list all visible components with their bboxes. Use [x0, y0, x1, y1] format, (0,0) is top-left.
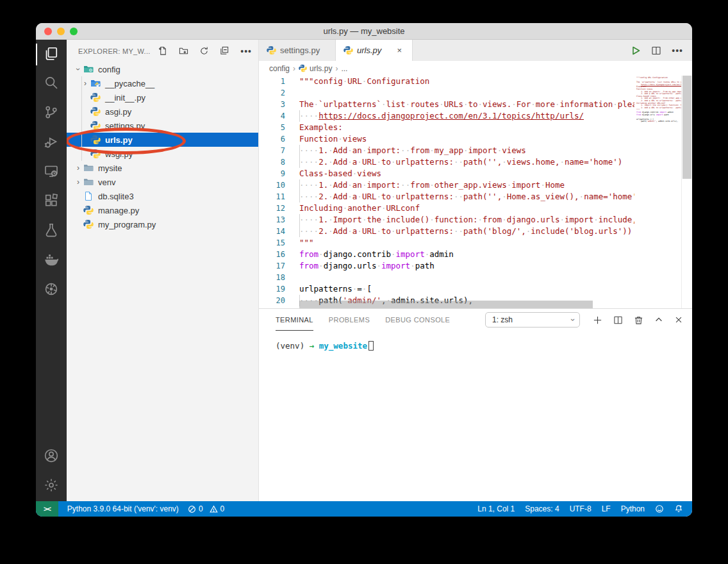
close-tab-icon[interactable]: × [394, 46, 404, 55]
run-python-file-button[interactable] [631, 46, 641, 56]
more-actions-button[interactable]: ••• [672, 49, 683, 53]
line-number: 14 [259, 226, 299, 237]
panel-tab-debug-console[interactable]: DEBUG CONSOLE [385, 309, 450, 331]
code-line[interactable]: 9Class-based·views [259, 168, 692, 179]
tree-item-my_program.py[interactable]: my_program.py [67, 217, 258, 231]
new-folder-button[interactable] [179, 46, 188, 56]
split-editor-icon [651, 46, 661, 56]
activity-bar-item-kubernetes[interactable] [36, 276, 67, 305]
refresh-button[interactable] [199, 46, 209, 56]
tree-item-asgi.py[interactable]: asgi.py [67, 104, 258, 119]
new-terminal-button[interactable] [593, 315, 602, 325]
terminal[interactable]: (venv) → my_website [259, 331, 692, 351]
code-line[interactable]: 19urlpatterns·=·[ [259, 283, 692, 295]
close-panel-icon [674, 315, 683, 324]
tree-item-manage.py[interactable]: manage.py [67, 203, 258, 217]
code-line[interactable]: 18 [259, 272, 692, 283]
new-file-button[interactable] [158, 46, 168, 56]
code-line[interactable]: 7····1.·Add·an·import:··from·my_app·impo… [259, 145, 692, 156]
tree-item-venv[interactable]: ›venv [67, 175, 258, 189]
code-line[interactable]: 15""" [259, 237, 692, 249]
title-bar[interactable]: urls.py — my_website [36, 23, 692, 40]
tree-item-mysite[interactable]: ›mysite [67, 161, 258, 175]
kill-terminal-button[interactable] [634, 315, 643, 325]
collapse-all-button[interactable] [220, 46, 229, 56]
encoding-status[interactable]: UTF-8 [570, 504, 592, 513]
tree-item-wsgi.py[interactable]: wsgi.py [67, 147, 258, 161]
folder-icon [83, 177, 94, 187]
code-line[interactable]: 2 [259, 87, 692, 99]
remote-indicator[interactable]: >< [36, 501, 58, 517]
tree-item-config[interactable]: ›config [67, 62, 258, 76]
tab-urls.py[interactable]: urls.py× [336, 40, 413, 61]
tree-item-db.sqlite3[interactable]: db.sqlite3 [67, 189, 258, 203]
code-line[interactable]: 10····1.·Add·an·import:··from·other_app.… [259, 179, 692, 191]
error-count: 0 [199, 504, 203, 513]
breadcrumb-item-...[interactable]: ... [341, 64, 347, 73]
code-line[interactable]: 5Examples: [259, 122, 692, 133]
notifications-bell-icon[interactable] [674, 504, 683, 513]
python-icon [267, 46, 276, 55]
python-interpreter-status[interactable]: Python 3.9.0 64-bit ('venv': venv) [67, 504, 179, 513]
horizontal-scrollbar[interactable] [299, 301, 593, 308]
tab-settings.py[interactable]: settings.py [259, 40, 336, 61]
problems-status[interactable]: 0 0 [188, 504, 224, 513]
tree-item-label: venv [98, 178, 115, 187]
tab-label: settings.py [280, 46, 320, 55]
code-line[interactable]: 6Function·views [259, 133, 692, 145]
eol-status[interactable]: LF [602, 504, 611, 513]
indentation-status[interactable]: Spaces: 4 [525, 504, 559, 513]
activity-bar-item-search[interactable] [36, 69, 67, 99]
code-line[interactable]: 13····1.·Import·the·include()·function:·… [259, 214, 692, 226]
breadcrumb[interactable]: config›urls.py›... [259, 61, 692, 76]
close-panel-button[interactable] [674, 315, 683, 324]
vertical-scrollbar[interactable] [682, 76, 691, 179]
split-terminal-button[interactable] [613, 315, 623, 325]
tree-item-__pycache__[interactable]: ›__pycache__ [67, 76, 258, 90]
activity-bar-item-remote-explorer[interactable] [36, 158, 67, 187]
play-icon [631, 46, 641, 56]
split-editor-button[interactable] [651, 46, 661, 56]
activity-bar-item-settings-gear[interactable] [36, 472, 67, 501]
breadcrumb-item-urls.py[interactable]: urls.py [299, 64, 332, 73]
code-line[interactable]: 8····2.·Add·a·URL·to·urlpatterns:··path(… [259, 156, 692, 168]
line-number: 8 [259, 156, 299, 168]
chevron-right-icon: › [73, 178, 83, 187]
feedback-icon[interactable] [655, 504, 664, 513]
activity-bar-item-run-debug[interactable] [36, 128, 67, 158]
code-line[interactable]: 1"""config·URL·Configuration [259, 76, 692, 87]
python-icon [299, 64, 307, 72]
activity-bar-item-docker[interactable] [36, 246, 67, 276]
activity-bar-item-extensions[interactable] [36, 187, 67, 217]
panel-tab-problems[interactable]: PROBLEMS [329, 309, 370, 331]
tree-item-label: urls.py [105, 135, 133, 145]
tree-item-label: manage.py [98, 206, 139, 215]
language-mode-status[interactable]: Python [621, 504, 645, 513]
terminal-select-dropdown[interactable]: 1: zsh› [485, 312, 580, 328]
code-line[interactable]: 3The·`urlpatterns`·list·routes·URLs·to·v… [259, 99, 692, 110]
code-line[interactable]: 16from·django.contrib·import·admin [259, 249, 692, 260]
maximize-panel-button[interactable] [654, 315, 663, 324]
tree-item-label: __pycache__ [105, 79, 154, 88]
breadcrumb-item-config[interactable]: config [269, 64, 290, 73]
search-icon [44, 75, 59, 93]
tree-item-urls.py[interactable]: urls.py [67, 133, 258, 147]
activity-bar-item-explorer[interactable] [36, 40, 67, 69]
more-button[interactable]: ••• [240, 46, 252, 57]
line-number: 3 [259, 99, 299, 110]
python-icon [343, 46, 353, 55]
code-line[interactable]: 11····2.·Add·a·URL·to·urlpatterns:··path… [259, 191, 692, 203]
code-line[interactable]: 14····2.·Add·a·URL·to·urlpatterns:··path… [259, 226, 692, 237]
cursor-position-status[interactable]: Ln 1, Col 1 [477, 504, 515, 513]
tree-item-settings.py[interactable]: settings.py [67, 119, 258, 133]
code-line[interactable]: 17from·django.urls·import·path [259, 260, 692, 272]
activity-bar-item-test[interactable] [36, 217, 67, 246]
activity-bar-item-account[interactable] [36, 442, 67, 472]
tree-item-__init__.py[interactable]: __init__.py [67, 90, 258, 104]
code-line[interactable]: 12Including·another·URLconf [259, 203, 692, 214]
panel-tab-terminal[interactable]: TERMINAL [276, 309, 313, 331]
code-editor[interactable]: 1"""config·URL·Configuration23The·`urlpa… [259, 76, 692, 308]
activity-bar-item-source-control[interactable] [36, 99, 67, 128]
code-line[interactable]: 4····https://docs.djangoproject.com/en/3… [259, 110, 692, 122]
python-icon [90, 149, 101, 159]
